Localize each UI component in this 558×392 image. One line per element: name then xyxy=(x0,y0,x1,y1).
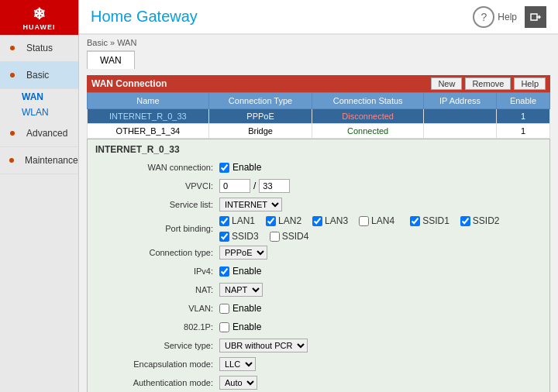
basic-icon xyxy=(8,68,22,82)
ipv4-row: IPv4: Enable xyxy=(95,263,542,279)
advanced-icon xyxy=(8,126,22,140)
page-title: Home Gateway xyxy=(91,8,198,26)
header-actions: ? Help xyxy=(473,6,546,28)
ssid1-checkbox[interactable] xyxy=(410,216,420,226)
ipv4-label: IPv4: xyxy=(95,266,219,276)
dot1p-row: 802.1P: Enable xyxy=(95,319,542,335)
row-conn-type: PPPoE xyxy=(208,109,312,124)
service-type-control: UBR without PCR xyxy=(219,339,308,352)
connection-type-control: PPPoE xyxy=(219,246,267,260)
vpvci-input2[interactable] xyxy=(259,179,290,193)
ssid3-checkbox[interactable] xyxy=(219,232,229,242)
wan-connection-control: Enable xyxy=(219,162,261,173)
svg-point-3 xyxy=(9,158,14,163)
help-label: Help xyxy=(498,12,517,22)
encapsulation-row: Encapsulation mode: LLC xyxy=(95,356,542,372)
ipv4-checkbox[interactable] xyxy=(219,266,229,277)
sidebar-item-advanced[interactable]: Advanced xyxy=(0,120,78,147)
row-ip xyxy=(423,124,496,139)
col-conn-status: Connection Status xyxy=(312,93,424,109)
sidebar-item-basic-label: Basic xyxy=(26,70,49,81)
dot1p-label: 802.1P: xyxy=(95,322,219,332)
logout-button[interactable] xyxy=(525,6,546,28)
ssid2-checkbox[interactable] xyxy=(460,216,470,226)
lan3-checkbox[interactable] xyxy=(312,216,322,226)
vpvci-row: VPVCI: / xyxy=(95,178,542,194)
logo-icon: ❄ xyxy=(33,5,46,23)
auth-mode-label: Authentication mode: xyxy=(95,378,219,387)
ssid1-checkbox-label: SSID1 xyxy=(410,215,450,226)
encapsulation-control: LLC xyxy=(219,357,256,371)
row-enable: 1 xyxy=(497,124,550,139)
svg-point-1 xyxy=(10,73,15,77)
help-button[interactable]: ? Help xyxy=(473,6,517,28)
vlan-checkbox[interactable] xyxy=(219,304,229,314)
lan3-checkbox-label: LAN3 xyxy=(312,215,348,226)
dot1p-value: Enable xyxy=(232,322,261,332)
lan1-checkbox[interactable] xyxy=(219,216,229,226)
service-list-row: Service list: INTERNET xyxy=(95,197,542,212)
row-conn-type: Bridge xyxy=(208,124,312,139)
col-conn-type: Connection Type xyxy=(208,93,312,109)
table-row[interactable]: OTHER_B_1_34 Bridge Connected 1 xyxy=(88,124,550,139)
status-icon xyxy=(8,41,22,55)
auth-mode-control: Auto xyxy=(219,376,257,390)
lan2-checkbox[interactable] xyxy=(266,216,276,226)
help-section-button[interactable]: Help xyxy=(514,77,546,90)
port-binding-control: LAN1 LAN2 LAN3 LAN4 SSID1 SSID2 SSID3 SS… xyxy=(219,215,542,242)
remove-button[interactable]: Remove xyxy=(465,77,511,90)
auth-mode-row: Authentication mode: Auto xyxy=(95,375,542,390)
maintenance-icon xyxy=(8,153,20,167)
table-row[interactable]: INTERNET_R_0_33 PPPoE Disconnected 1 xyxy=(88,109,550,124)
wan-connection-value: Enable xyxy=(232,162,261,173)
detail-panel: INTERNET_R_0_33 WAN connection: Enable V… xyxy=(87,139,550,392)
wan-table: Name Connection Type Connection Status I… xyxy=(87,92,550,139)
ssid4-checkbox[interactable] xyxy=(270,232,280,242)
service-list-label: Service list: xyxy=(95,200,219,209)
vlan-value: Enable xyxy=(232,303,261,314)
row-status: Disconnected xyxy=(312,109,424,124)
vlan-label: VLAN: xyxy=(95,304,219,313)
tab-bar: WAN xyxy=(79,50,558,69)
sidebar: ❄ HUAWEI Status Basic WAN WLAN Advanced … xyxy=(0,0,79,392)
row-name: INTERNET_R_0_33 xyxy=(88,109,209,124)
sidebar-item-wan[interactable]: WAN xyxy=(0,89,78,105)
ipv4-control: Enable xyxy=(219,266,261,277)
svg-point-0 xyxy=(10,46,15,50)
ssid2-checkbox-label: SSID2 xyxy=(460,215,500,226)
connection-type-row: Connection type: PPPoE xyxy=(95,245,542,260)
connection-type-select[interactable]: PPPoE xyxy=(219,246,267,260)
sidebar-item-maintenance[interactable]: Maintenance xyxy=(0,147,78,174)
sidebar-item-maintenance-label: Maintenance xyxy=(25,155,78,166)
service-type-select[interactable]: UBR without PCR xyxy=(219,339,308,352)
help-circle-icon: ? xyxy=(473,6,494,28)
service-list-select[interactable]: INTERNET xyxy=(219,198,282,211)
nat-select[interactable]: NAPT xyxy=(219,283,263,297)
dot1p-control: Enable xyxy=(219,322,261,332)
tab-wan[interactable]: WAN xyxy=(87,50,135,69)
sidebar-item-status-label: Status xyxy=(26,43,53,53)
encapsulation-select[interactable]: LLC xyxy=(219,357,256,371)
vlan-row: VLAN: Enable xyxy=(95,301,542,316)
lan2-checkbox-label: LAN2 xyxy=(266,215,301,226)
port-binding-row: Port binding: LAN1 LAN2 LAN3 LAN4 SSID1 … xyxy=(95,215,542,242)
svg-point-2 xyxy=(10,131,15,136)
new-button[interactable]: New xyxy=(431,77,462,90)
wan-section-header: WAN Connection New Remove Help xyxy=(87,75,550,92)
auth-mode-select[interactable]: Auto xyxy=(219,376,257,390)
svg-rect-4 xyxy=(531,14,537,20)
dot1p-checkbox[interactable] xyxy=(219,322,229,332)
vpvci-input1[interactable] xyxy=(219,179,250,193)
service-type-row: Service type: UBR without PCR xyxy=(95,338,542,353)
ssid4-checkbox-label: SSID4 xyxy=(270,231,309,242)
sidebar-item-wlan[interactable]: WLAN xyxy=(0,105,78,120)
vpvci-control: / xyxy=(219,179,290,193)
header: Home Gateway ? Help xyxy=(79,0,558,35)
wan-connection-checkbox[interactable] xyxy=(219,163,229,173)
sidebar-item-basic[interactable]: Basic xyxy=(0,62,78,89)
col-enable: Enable xyxy=(497,93,550,109)
service-list-control: INTERNET xyxy=(219,198,282,211)
service-type-label: Service type: xyxy=(95,341,219,350)
lan4-checkbox[interactable] xyxy=(359,216,369,226)
sidebar-item-status[interactable]: Status xyxy=(0,35,78,62)
